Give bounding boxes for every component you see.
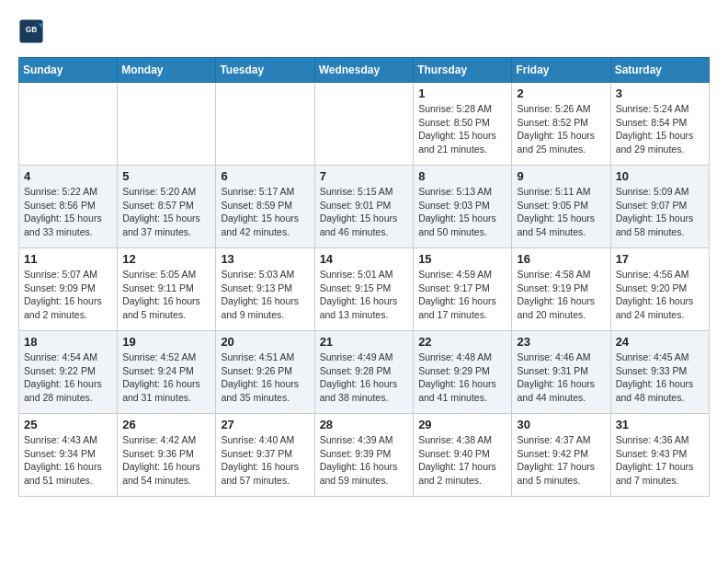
- day-info: Sunrise: 4:42 AM Sunset: 9:36 PM Dayligh…: [122, 433, 210, 488]
- day-number: 3: [616, 86, 704, 100]
- day-info: Sunrise: 5:09 AM Sunset: 9:07 PM Dayligh…: [616, 185, 704, 239]
- calendar-cell: [19, 83, 118, 166]
- day-number: 15: [418, 252, 506, 266]
- calendar-cell: 27Sunrise: 4:40 AM Sunset: 9:37 PM Dayli…: [216, 414, 314, 497]
- day-header-sunday: Sunday: [19, 58, 118, 83]
- day-number: 5: [122, 169, 210, 183]
- day-number: 19: [122, 335, 210, 349]
- day-number: 27: [221, 418, 309, 431]
- day-info: Sunrise: 5:01 AM Sunset: 9:15 PM Dayligh…: [320, 268, 409, 322]
- day-info: Sunrise: 5:13 AM Sunset: 9:03 PM Dayligh…: [418, 185, 506, 239]
- day-info: Sunrise: 5:03 AM Sunset: 9:13 PM Dayligh…: [221, 268, 309, 322]
- day-info: Sunrise: 4:49 AM Sunset: 9:28 PM Dayligh…: [320, 350, 409, 405]
- day-info: Sunrise: 4:39 AM Sunset: 9:39 PM Dayligh…: [320, 433, 409, 488]
- calendar-cell: 15Sunrise: 4:59 AM Sunset: 9:17 PM Dayli…: [414, 248, 512, 331]
- calendar-cell: 2Sunrise: 5:26 AM Sunset: 8:52 PM Daylig…: [512, 83, 610, 166]
- day-info: Sunrise: 4:52 AM Sunset: 9:24 PM Dayligh…: [122, 350, 210, 405]
- day-number: 10: [616, 169, 704, 183]
- day-number: 26: [122, 418, 210, 431]
- calendar-cell: 23Sunrise: 4:46 AM Sunset: 9:31 PM Dayli…: [512, 331, 610, 414]
- day-info: Sunrise: 4:38 AM Sunset: 9:40 PM Dayligh…: [418, 433, 506, 488]
- day-number: 28: [320, 418, 409, 431]
- calendar-cell: 17Sunrise: 4:56 AM Sunset: 9:20 PM Dayli…: [610, 248, 709, 331]
- calendar-cell: 14Sunrise: 5:01 AM Sunset: 9:15 PM Dayli…: [314, 248, 414, 331]
- svg-text:GB: GB: [26, 25, 38, 34]
- day-info: Sunrise: 4:37 AM Sunset: 9:42 PM Dayligh…: [517, 433, 605, 488]
- calendar-week-4: 18Sunrise: 4:54 AM Sunset: 9:22 PM Dayli…: [19, 331, 710, 414]
- calendar-cell: 20Sunrise: 4:51 AM Sunset: 9:26 PM Dayli…: [216, 331, 314, 414]
- day-header-thursday: Thursday: [414, 58, 512, 83]
- day-number: 17: [616, 252, 704, 266]
- day-number: 1: [418, 86, 506, 100]
- day-number: 16: [517, 252, 605, 266]
- logo-icon: GB: [18, 18, 44, 44]
- day-info: Sunrise: 5:05 AM Sunset: 9:11 PM Dayligh…: [122, 268, 210, 322]
- calendar-cell: 9Sunrise: 5:11 AM Sunset: 9:05 PM Daylig…: [512, 166, 610, 248]
- day-number: 14: [320, 252, 409, 266]
- day-info: Sunrise: 4:54 AM Sunset: 9:22 PM Dayligh…: [24, 350, 112, 405]
- day-number: 7: [320, 169, 409, 183]
- day-info: Sunrise: 4:40 AM Sunset: 9:37 PM Dayligh…: [221, 433, 309, 488]
- day-info: Sunrise: 5:22 AM Sunset: 8:56 PM Dayligh…: [24, 185, 112, 239]
- calendar-cell: 8Sunrise: 5:13 AM Sunset: 9:03 PM Daylig…: [414, 166, 512, 248]
- calendar-cell: 7Sunrise: 5:15 AM Sunset: 9:01 PM Daylig…: [314, 166, 414, 248]
- day-header-tuesday: Tuesday: [216, 58, 314, 83]
- calendar-cell: 12Sunrise: 5:05 AM Sunset: 9:11 PM Dayli…: [118, 248, 216, 331]
- calendar-cell: 10Sunrise: 5:09 AM Sunset: 9:07 PM Dayli…: [610, 166, 709, 248]
- calendar-cell: 5Sunrise: 5:20 AM Sunset: 8:57 PM Daylig…: [118, 166, 216, 248]
- day-info: Sunrise: 5:17 AM Sunset: 8:59 PM Dayligh…: [221, 185, 309, 239]
- calendar-cell: [118, 83, 216, 166]
- day-number: 9: [517, 169, 605, 183]
- day-number: 20: [221, 335, 309, 349]
- day-number: 30: [517, 418, 605, 431]
- day-number: 31: [616, 418, 704, 431]
- day-info: Sunrise: 4:56 AM Sunset: 9:20 PM Dayligh…: [616, 268, 704, 322]
- calendar-cell: 28Sunrise: 4:39 AM Sunset: 9:39 PM Dayli…: [314, 414, 414, 497]
- day-info: Sunrise: 5:11 AM Sunset: 9:05 PM Dayligh…: [517, 185, 605, 239]
- calendar-cell: 13Sunrise: 5:03 AM Sunset: 9:13 PM Dayli…: [216, 248, 314, 331]
- day-number: 13: [221, 252, 309, 266]
- page-header: GB: [18, 18, 710, 48]
- calendar-cell: 19Sunrise: 4:52 AM Sunset: 9:24 PM Dayli…: [118, 331, 216, 414]
- calendar-cell: 1Sunrise: 5:28 AM Sunset: 8:50 PM Daylig…: [414, 83, 512, 166]
- day-info: Sunrise: 4:46 AM Sunset: 9:31 PM Dayligh…: [517, 350, 605, 405]
- calendar-week-3: 11Sunrise: 5:07 AM Sunset: 9:09 PM Dayli…: [19, 248, 710, 331]
- day-info: Sunrise: 4:59 AM Sunset: 9:17 PM Dayligh…: [418, 268, 506, 322]
- day-header-saturday: Saturday: [610, 58, 709, 83]
- calendar-cell: 21Sunrise: 4:49 AM Sunset: 9:28 PM Dayli…: [314, 331, 414, 414]
- calendar-cell: 29Sunrise: 4:38 AM Sunset: 9:40 PM Dayli…: [414, 414, 512, 497]
- calendar-cell: 30Sunrise: 4:37 AM Sunset: 9:42 PM Dayli…: [512, 414, 610, 497]
- day-number: 18: [24, 335, 112, 349]
- calendar-cell: 26Sunrise: 4:42 AM Sunset: 9:36 PM Dayli…: [118, 414, 216, 497]
- day-number: 24: [616, 335, 704, 349]
- day-info: Sunrise: 4:45 AM Sunset: 9:33 PM Dayligh…: [616, 350, 704, 405]
- day-number: 29: [418, 418, 506, 431]
- day-info: Sunrise: 5:20 AM Sunset: 8:57 PM Dayligh…: [122, 185, 210, 239]
- day-info: Sunrise: 4:48 AM Sunset: 9:29 PM Dayligh…: [418, 350, 506, 405]
- day-number: 23: [517, 335, 605, 349]
- calendar-cell: 3Sunrise: 5:24 AM Sunset: 8:54 PM Daylig…: [610, 83, 709, 166]
- day-number: 12: [122, 252, 210, 266]
- day-number: 22: [418, 335, 506, 349]
- calendar-week-1: 1Sunrise: 5:28 AM Sunset: 8:50 PM Daylig…: [19, 83, 710, 166]
- day-number: 25: [24, 418, 112, 431]
- calendar-table: SundayMondayTuesdayWednesdayThursdayFrid…: [18, 57, 710, 497]
- day-info: Sunrise: 5:28 AM Sunset: 8:50 PM Dayligh…: [418, 102, 506, 156]
- day-number: 6: [221, 169, 309, 183]
- day-number: 11: [24, 252, 112, 266]
- day-number: 21: [320, 335, 409, 349]
- logo: GB: [18, 18, 46, 44]
- calendar-cell: [314, 83, 414, 166]
- day-number: 4: [24, 169, 112, 183]
- calendar-cell: 31Sunrise: 4:36 AM Sunset: 9:43 PM Dayli…: [610, 414, 709, 497]
- day-number: 8: [418, 169, 506, 183]
- calendar-cell: 6Sunrise: 5:17 AM Sunset: 8:59 PM Daylig…: [216, 166, 314, 248]
- day-header-wednesday: Wednesday: [314, 58, 414, 83]
- day-number: 2: [517, 86, 605, 100]
- calendar-cell: 4Sunrise: 5:22 AM Sunset: 8:56 PM Daylig…: [19, 166, 118, 248]
- day-info: Sunrise: 5:15 AM Sunset: 9:01 PM Dayligh…: [320, 185, 409, 239]
- day-info: Sunrise: 4:58 AM Sunset: 9:19 PM Dayligh…: [517, 268, 605, 322]
- calendar-cell: 11Sunrise: 5:07 AM Sunset: 9:09 PM Dayli…: [19, 248, 118, 331]
- calendar-cell: 16Sunrise: 4:58 AM Sunset: 9:19 PM Dayli…: [512, 248, 610, 331]
- day-info: Sunrise: 5:26 AM Sunset: 8:52 PM Dayligh…: [517, 102, 605, 156]
